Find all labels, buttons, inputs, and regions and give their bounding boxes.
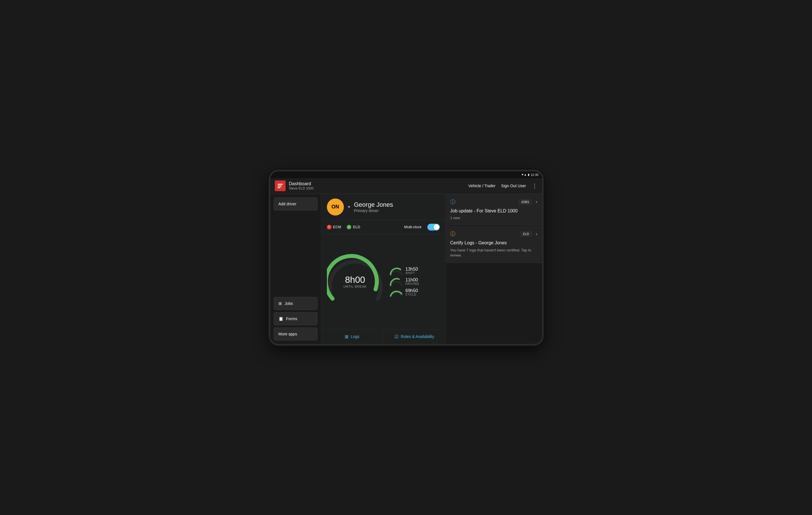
notifications-panel: ⓘ JOBS › Job update - For Steve ELD 1000…	[446, 194, 542, 344]
sidebar: Add driver ⊞ Jobs 📋 Forms More apps	[270, 194, 321, 344]
ecm-label: ECM	[333, 225, 341, 229]
gauge-label: UNTIL BREAK	[343, 285, 367, 288]
app-logo[interactable]	[275, 180, 286, 191]
driver-role: Primary driver	[354, 208, 393, 213]
status-time: 12:30	[531, 173, 539, 177]
jobs-notification-card[interactable]: ⓘ JOBS › Job update - For Steve ELD 1000…	[446, 194, 542, 226]
device-frame: ▼▲ ▮ 12:30 Dashboard Steve ELD 1000 Vehi…	[270, 171, 542, 344]
eld-notif-title: Certify Logs - George Jones	[450, 240, 538, 246]
app-header: Dashboard Steve ELD 1000 Vehicle / Trail…	[270, 178, 542, 194]
status-indicators: ! ECM ✓ ELD Multi-clock	[321, 220, 445, 234]
driver-name: George Jones	[354, 201, 393, 208]
logs-button[interactable]: ⊠ Logs	[321, 330, 383, 344]
eld-notification-card[interactable]: ⓘ ELD › Certify Logs - George Jones You …	[446, 226, 542, 263]
shift-gauge-svg	[389, 267, 403, 275]
cycle-label: CYCLE	[406, 293, 418, 296]
jobs-label: Jobs	[285, 301, 293, 306]
app-title: Dashboard	[289, 181, 314, 186]
eld-status-icon: ✓	[347, 225, 351, 230]
driver-info: George Jones Primary driver	[354, 201, 393, 213]
sidebar-spacer	[274, 213, 318, 295]
header-actions: Vehicle / Trailer Sign Out User ⋮	[468, 182, 538, 189]
toggle-knob	[434, 224, 439, 230]
mini-gauges: 13h50 SHIFT 11h00	[389, 267, 419, 297]
warning-icon: ⓘ	[450, 231, 455, 237]
info-icon: ⓘ	[450, 199, 455, 205]
logs-icon: ⊠	[345, 334, 348, 339]
logo-icon	[278, 184, 283, 188]
multiclock-label: Multi-clock	[404, 225, 422, 229]
driver-status-badge[interactable]: ON	[327, 199, 344, 215]
driving-value: 11h00	[406, 278, 419, 282]
ecm-status-icon: !	[327, 225, 331, 230]
status-bar: ▼▲ ▮ 12:30	[270, 171, 542, 178]
forms-icon: 📋	[279, 316, 283, 321]
rules-icon: ☑	[395, 334, 399, 339]
driver-panel: ON ▾ George Jones Primary driver ! ECM ✓	[321, 194, 446, 344]
logs-label: Logs	[351, 334, 359, 339]
logo-line-1	[278, 184, 283, 185]
cycle-value: 69h50	[406, 289, 418, 293]
shift-gauge: 13h50 SHIFT	[389, 267, 419, 275]
eld-badge: ELD	[521, 231, 531, 236]
sidebar-item-jobs[interactable]: ⊞ Jobs	[274, 297, 318, 310]
battery-icon: ▮	[528, 173, 529, 176]
more-options-button[interactable]: ⋮	[532, 182, 538, 189]
shift-info: 13h50 SHIFT	[406, 267, 418, 275]
more-apps-button[interactable]: More apps	[274, 328, 318, 340]
shift-label: SHIFT	[406, 272, 418, 275]
gauge-value: 8h00	[343, 275, 367, 284]
sign-out-button[interactable]: Sign Out User	[501, 184, 526, 188]
driver-bottom-nav: ⊠ Logs ☑ Rules & Availability	[321, 329, 445, 344]
logo-line-3	[278, 187, 281, 188]
status-icons: ▼▲ ▮ 12:30	[521, 173, 538, 177]
driving-info: 11h00 DRIVING	[406, 278, 419, 285]
gauge-area: 8h00 UNTIL BREAK	[321, 234, 445, 329]
main-gauge: 8h00 UNTIL BREAK	[327, 253, 383, 310]
content-area: ON ▾ George Jones Primary driver ! ECM ✓	[321, 194, 542, 344]
app-subtitle: Steve ELD 1000	[289, 186, 314, 190]
eld-notif-body: You have 7 logs that haven't been certif…	[450, 248, 538, 258]
jobs-arrow-icon: ›	[536, 199, 538, 205]
forms-label: Forms	[286, 316, 297, 321]
app-title-group: Dashboard Steve ELD 1000	[289, 181, 314, 190]
signal-icon: ▼▲	[521, 173, 527, 176]
driving-label: DRIVING	[406, 282, 419, 285]
eld-label: ELD	[353, 225, 360, 229]
add-driver-button[interactable]: Add driver	[274, 198, 318, 210]
driving-gauge-svg	[389, 277, 403, 286]
ecm-indicator: ! ECM	[327, 225, 341, 230]
vehicle-trailer-button[interactable]: Vehicle / Trailer	[468, 184, 496, 188]
eld-arrow-icon: ›	[536, 231, 538, 237]
jobs-notif-body: 1 new	[450, 215, 538, 220]
jobs-badge: JOBS	[519, 200, 532, 205]
dropdown-arrow-icon[interactable]: ▾	[348, 204, 350, 210]
cycle-gauge-svg	[389, 288, 403, 297]
driving-gauge: 11h00 DRIVING	[389, 277, 419, 286]
main-layout: Add driver ⊞ Jobs 📋 Forms More apps ON ▾	[270, 194, 542, 344]
sidebar-item-forms[interactable]: 📋 Forms	[274, 312, 318, 325]
rules-availability-button[interactable]: ☑ Rules & Availability	[383, 330, 445, 344]
logo-line-2	[278, 185, 282, 186]
shift-value: 13h50	[406, 267, 418, 272]
multiclock-toggle[interactable]	[427, 224, 440, 231]
jobs-icon: ⊞	[279, 301, 282, 306]
cycle-gauge: 69h50 CYCLE	[389, 288, 419, 297]
eld-notif-header: ⓘ ELD ›	[450, 231, 538, 237]
gauge-text: 8h00 UNTIL BREAK	[343, 275, 367, 288]
jobs-notif-header: ⓘ JOBS ›	[450, 199, 538, 205]
rules-label: Rules & Availability	[401, 334, 434, 339]
cycle-info: 69h50 CYCLE	[406, 289, 418, 296]
eld-indicator: ✓ ELD	[347, 225, 360, 230]
jobs-notif-title: Job update - For Steve ELD 1000	[450, 208, 538, 214]
driver-header: ON ▾ George Jones Primary driver	[321, 194, 445, 220]
